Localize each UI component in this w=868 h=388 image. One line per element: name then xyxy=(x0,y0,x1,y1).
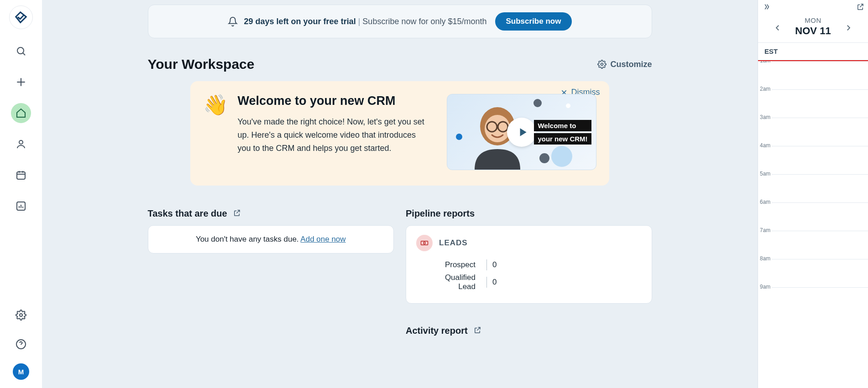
user-avatar[interactable]: M xyxy=(13,363,29,380)
trial-subscribe-text: Subscribe now for only $15/month xyxy=(362,17,486,26)
main-content: 29 days left on your free trial | Subscr… xyxy=(42,0,758,388)
pipeline-card: LEADS Prospect 0 Qualified Lead 0 xyxy=(406,225,652,304)
svg-point-13 xyxy=(20,314,22,316)
pipeline-row-value: 0 xyxy=(492,260,497,269)
hour-label: 9am xyxy=(760,284,770,290)
trial-banner: 29 days left on your free trial | Subscr… xyxy=(148,5,652,38)
leads-icon xyxy=(416,235,433,251)
pipeline-row-value: 0 xyxy=(492,278,497,287)
app-logo[interactable] xyxy=(9,5,33,29)
calendar-hour-row[interactable]: 4am xyxy=(758,146,868,174)
calendar-dow: MON xyxy=(795,16,831,24)
external-link-icon xyxy=(856,3,864,11)
tasks-card: You don't have any tasks due. Add one no… xyxy=(148,225,394,253)
svg-point-26 xyxy=(424,242,425,244)
activity-open-button[interactable] xyxy=(473,326,481,336)
welcome-card: Dismiss 👋 Welcome to your new CRM You've… xyxy=(190,81,609,186)
calendar-hour-row[interactable]: 1am xyxy=(758,61,868,89)
trial-days-left: 29 days left on your free trial xyxy=(244,17,356,26)
external-link-icon xyxy=(233,209,241,217)
calendar-hour-row[interactable]: 5am xyxy=(758,174,868,202)
svg-point-4 xyxy=(19,140,23,144)
video-caption-line2: your new CRM! xyxy=(534,133,591,145)
pipeline-row-label: Qualified Lead xyxy=(426,273,481,291)
svg-rect-25 xyxy=(421,241,428,245)
hour-label: 2am xyxy=(760,86,770,92)
calendar-hour-row[interactable]: 2am xyxy=(758,89,868,118)
calendar-hour-row[interactable]: 3am xyxy=(758,118,868,146)
tasks-title: Tasks that are due xyxy=(148,208,227,219)
collapse-calendar-button[interactable] xyxy=(763,3,771,13)
external-link-icon xyxy=(473,326,481,334)
hour-label: 8am xyxy=(760,255,770,262)
search-icon xyxy=(16,46,26,57)
calendar-icon xyxy=(16,170,26,181)
svg-marker-24 xyxy=(520,128,526,136)
hour-label: 7am xyxy=(760,227,770,233)
customize-label: Customize xyxy=(610,60,652,69)
calendar-panel: MON NOV 11 EST 1am2am3am4am5am6am7am8am9… xyxy=(758,0,868,388)
svg-point-20 xyxy=(485,115,510,142)
home-icon xyxy=(16,108,26,119)
video-caption-line1: Welcome to xyxy=(534,120,591,131)
pipeline-row-label: Prospect xyxy=(426,260,481,269)
home-button[interactable] xyxy=(11,103,31,123)
play-icon xyxy=(507,118,536,147)
pipeline-row: Qualified Lead 0 xyxy=(426,273,642,291)
add-button[interactable] xyxy=(11,72,31,92)
gear-icon xyxy=(16,310,26,321)
page-title: Your Workspace xyxy=(148,57,255,72)
tasks-empty-text: You don't have any tasks due. xyxy=(196,235,300,243)
customize-button[interactable]: Customize xyxy=(597,60,652,69)
plus-icon xyxy=(15,76,27,88)
calendar-hour-row[interactable]: 8am xyxy=(758,259,868,287)
svg-rect-5 xyxy=(17,172,25,179)
activity-title: Activity report xyxy=(406,326,468,336)
hour-label: 5am xyxy=(760,171,770,177)
pipeline-title: Pipeline reports xyxy=(406,208,475,219)
popout-calendar-button[interactable] xyxy=(856,3,864,13)
hour-label: 1am xyxy=(760,61,770,64)
people-button[interactable] xyxy=(11,134,31,154)
reports-button[interactable] xyxy=(11,196,31,216)
help-button[interactable] xyxy=(11,334,31,354)
chevron-right-icon xyxy=(844,24,852,32)
svg-point-16 xyxy=(601,63,603,66)
calendar-hours[interactable]: 1am2am3am4am5am6am7am8am9am xyxy=(758,61,868,388)
calendar-hour-row[interactable]: 9am xyxy=(758,287,868,316)
welcome-body: You've made the right choice! Now, let's… xyxy=(237,115,431,155)
calendar-button[interactable] xyxy=(11,165,31,185)
hour-label: 3am xyxy=(760,114,770,120)
chevron-left-icon xyxy=(774,24,782,32)
wave-icon: 👋 xyxy=(203,95,228,170)
gear-icon xyxy=(597,60,607,69)
chevrons-right-icon xyxy=(763,3,771,11)
timezone-label[interactable]: EST xyxy=(758,43,868,60)
tasks-open-button[interactable] xyxy=(233,209,241,219)
leads-label: LEADS xyxy=(439,238,468,248)
welcome-heading: Welcome to your new CRM xyxy=(237,94,431,108)
search-button[interactable] xyxy=(11,41,31,61)
pipeline-row: Prospect 0 xyxy=(426,259,642,270)
help-icon xyxy=(16,339,26,350)
calendar-date: NOV 11 xyxy=(795,25,831,37)
prev-day-button[interactable] xyxy=(771,21,784,36)
calendar-hour-row[interactable]: 6am xyxy=(758,202,868,231)
money-icon xyxy=(420,238,429,248)
add-task-link[interactable]: Add one now xyxy=(300,235,345,243)
svg-point-0 xyxy=(17,47,24,54)
bell-icon xyxy=(228,16,238,26)
next-day-button[interactable] xyxy=(842,21,855,36)
calendar-hour-row[interactable]: 7am xyxy=(758,231,868,259)
welcome-video[interactable]: Welcome to your new CRM! xyxy=(447,94,596,170)
subscribe-button[interactable]: Subscribe now xyxy=(495,12,572,31)
hour-label: 4am xyxy=(760,142,770,149)
left-nav-rail: M xyxy=(0,0,42,388)
logo-icon xyxy=(14,10,28,24)
svg-line-1 xyxy=(23,53,26,56)
settings-button[interactable] xyxy=(11,305,31,325)
hour-label: 6am xyxy=(760,199,770,205)
person-icon xyxy=(16,139,26,150)
bar-chart-icon xyxy=(16,201,26,212)
